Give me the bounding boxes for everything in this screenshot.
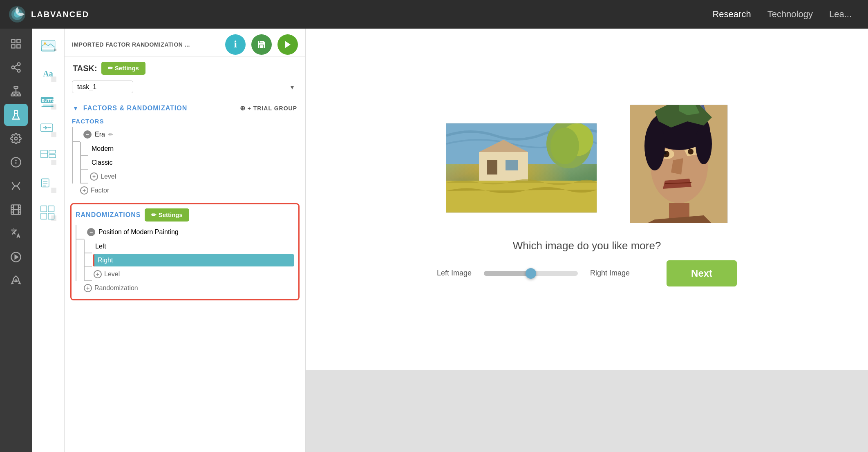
- svg-rect-72: [506, 160, 518, 170]
- right-selected-row[interactable]: Right: [93, 254, 294, 266]
- add-factor-icon[interactable]: +: [80, 186, 88, 195]
- rand-add-level-row[interactable]: + Level: [76, 267, 294, 281]
- tool-layout[interactable]: [35, 144, 61, 170]
- svg-point-39: [44, 43, 46, 45]
- sidebar-item-settings[interactable]: [4, 128, 28, 150]
- tool-response[interactable]: [35, 116, 61, 142]
- question-text: Which image do you like more?: [513, 239, 661, 252]
- svg-rect-52: [49, 155, 55, 158]
- sidebar-item-play[interactable]: [4, 246, 28, 268]
- position-minus-icon[interactable]: −: [87, 228, 95, 236]
- slider-track[interactable]: [484, 271, 578, 276]
- add-level-row[interactable]: + Level: [72, 170, 298, 183]
- factor-era-row[interactable]: − Era ✏: [72, 127, 298, 142]
- svg-line-10: [14, 68, 18, 70]
- svg-rect-5: [12, 45, 15, 48]
- sidebar-item-layers[interactable]: [4, 33, 28, 55]
- svg-point-8: [12, 66, 15, 69]
- sidebar-item-share[interactable]: [4, 56, 28, 78]
- images-row: [318, 113, 856, 223]
- tool-button[interactable]: BUTTON: [35, 88, 61, 114]
- next-button[interactable]: Next: [667, 260, 737, 286]
- main-content: Which image do you like more? Left Image…: [306, 29, 868, 452]
- svg-rect-73: [446, 181, 597, 213]
- task-settings-button[interactable]: ✏ Settings: [101, 62, 145, 75]
- add-level-icon[interactable]: +: [90, 172, 98, 181]
- cubist-svg: [630, 105, 728, 223]
- era-label: Era: [95, 131, 105, 138]
- sidebar-item-experiment[interactable]: [4, 104, 28, 126]
- tool-form[interactable]: [35, 172, 61, 198]
- nav-links: Research Technology Lea...: [712, 9, 868, 20]
- era-minus-icon[interactable]: −: [83, 130, 92, 139]
- svg-point-22: [15, 137, 18, 140]
- svg-point-9: [18, 69, 20, 72]
- info-button[interactable]: ℹ: [225, 34, 246, 55]
- svg-rect-51: [49, 150, 55, 153]
- svg-marker-35: [15, 255, 18, 259]
- logo-text: LABVANCED: [31, 10, 89, 19]
- tool-grid[interactable]: [35, 199, 61, 226]
- svg-rect-61: [40, 213, 47, 219]
- save-button[interactable]: [251, 34, 272, 55]
- rand-settings-button[interactable]: ✏ Settings: [145, 208, 189, 222]
- sidebar-item-translate[interactable]: [4, 222, 28, 244]
- rand-add-level-icon[interactable]: +: [94, 270, 102, 278]
- add-factor-row[interactable]: + Factor: [72, 183, 298, 197]
- right-label: Right: [98, 257, 113, 264]
- factors-chevron[interactable]: ▼: [73, 105, 78, 112]
- add-randomization-row[interactable]: + Randomization: [76, 281, 294, 295]
- sidebar-item-info[interactable]: [4, 151, 28, 173]
- trial-group-button[interactable]: ⊕ + TRIAL GROUP: [240, 104, 297, 112]
- slider-fill: [484, 271, 531, 276]
- left-painting: [446, 123, 597, 213]
- nav-technology[interactable]: Technology: [767, 9, 813, 20]
- task-select[interactable]: task_1: [72, 81, 133, 93]
- svg-point-84: [688, 149, 694, 154]
- svg-point-7: [18, 63, 20, 65]
- sidebar-item-rocket[interactable]: [4, 270, 28, 292]
- task-row: TASK: ✏ Settings: [65, 62, 305, 81]
- tool-text[interactable]: Aa: [35, 60, 61, 87]
- factor-modern-row[interactable]: Modern: [72, 142, 298, 156]
- add-level-label: Level: [101, 173, 116, 180]
- factors-title: FACTORS: [72, 118, 298, 125]
- svg-rect-63: [51, 215, 56, 221]
- sidebar: [0, 29, 32, 452]
- position-label: Position of Modern Painting: [98, 228, 179, 236]
- svg-rect-15: [18, 94, 21, 96]
- rand-left-row[interactable]: Left: [76, 239, 294, 253]
- rand-header: RANDOMIZATIONS ✏ Settings: [76, 208, 294, 222]
- classic-label: Classic: [88, 157, 116, 168]
- play-button[interactable]: [277, 34, 298, 55]
- sidebar-item-hierarchy[interactable]: [4, 80, 28, 102]
- interaction-row: Which image do you like more? Left Image…: [318, 239, 856, 286]
- modern-label: Modern: [88, 143, 117, 154]
- factor-classic-row[interactable]: Classic: [72, 156, 298, 170]
- rand-position-row[interactable]: − Position of Modern Painting: [76, 225, 294, 239]
- topbar: LABVANCED Research Technology Lea...: [0, 0, 868, 29]
- nav-learn[interactable]: Lea...: [829, 9, 852, 20]
- factors-container: FACTORS − Era ✏ Modern Classic +: [65, 116, 305, 199]
- rand-add-level-label: Level: [104, 271, 120, 278]
- add-factor-label: Factor: [91, 187, 109, 194]
- plus-icon: ⊕: [240, 104, 246, 112]
- rand-right-row[interactable]: Right: [76, 253, 294, 267]
- add-randomization-icon[interactable]: +: [84, 284, 92, 292]
- svg-rect-13: [11, 94, 14, 96]
- svg-rect-71: [487, 160, 497, 175]
- left-panel: IMPORTED FACTOR RANDOMIZATION ... ℹ TASK…: [65, 29, 306, 452]
- tool-image[interactable]: [35, 33, 61, 59]
- svg-rect-46: [51, 104, 56, 110]
- svg-rect-12: [14, 86, 18, 88]
- svg-point-91: [644, 121, 665, 170]
- slider-section: Left Image Right Image Next: [437, 260, 737, 286]
- nav-research[interactable]: Research: [712, 9, 751, 20]
- era-edit-icon[interactable]: ✏: [108, 131, 113, 138]
- slider-thumb[interactable]: [526, 268, 536, 279]
- sidebar-item-film[interactable]: [4, 199, 28, 221]
- svg-rect-57: [43, 186, 46, 187]
- sidebar-item-variables[interactable]: [4, 175, 28, 197]
- right-image-label: Right Image: [590, 269, 630, 277]
- header-actions: ℹ: [225, 34, 298, 55]
